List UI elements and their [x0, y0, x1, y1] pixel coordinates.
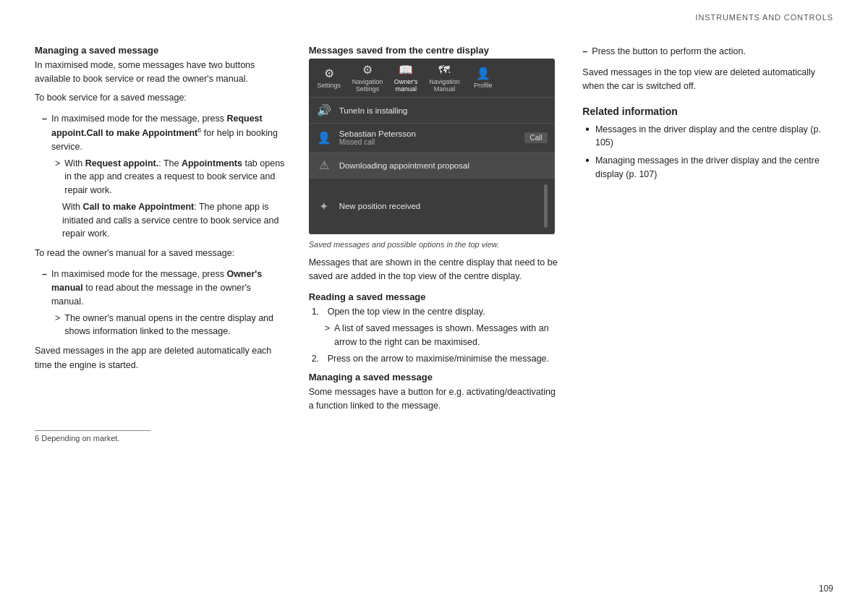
cd-nav-settings: ⚙ NavigationSettings: [352, 63, 383, 93]
map-icon: 🗺: [438, 64, 450, 77]
bullet-dash-1: –: [42, 112, 47, 153]
column-1: Managing a saved message In maximised mo…: [35, 45, 286, 443]
msg-sebastian-text: Sebastian Petersson Missed call: [339, 129, 518, 146]
saved-note: Saved messages in the app are deleted au…: [35, 344, 286, 372]
with-call-body: With Call to make Appointment: The phone…: [62, 200, 286, 241]
cd-settings: ⚙ Settings: [316, 67, 342, 89]
speaker-icon: 🔊: [316, 103, 332, 117]
col3-dash: –: [582, 45, 587, 59]
bullet-dot-2: •: [585, 155, 590, 181]
call-button[interactable]: Call: [524, 132, 547, 143]
section2-title: Messages saved from the centre display: [309, 45, 560, 56]
footnote: 6 Depending on market.: [35, 434, 286, 443]
num2-text: Press on the arrow to maximise/minimise …: [328, 352, 549, 366]
related2-text: Managing messages in the driver display …: [595, 154, 833, 181]
num-item-1: 1. Open the top view in the centre displ…: [312, 305, 560, 319]
column-3: – Press the button to perform the action…: [582, 45, 833, 443]
cd-topbar: ⚙ Settings ⚙ NavigationSettings 📖 Owner'…: [309, 59, 555, 98]
related-item-1: • Messages in the driver display and the…: [585, 123, 833, 150]
col3-saved-note: Saved messages in the top view are delet…: [582, 66, 833, 94]
page-header: INSTRUMENTS AND CONTROLS: [0, 0, 868, 27]
column-2: Messages saved from the centre display ⚙…: [309, 45, 560, 443]
related-bullets: • Messages in the driver display and the…: [585, 123, 833, 181]
num-item-2: 2. Press on the arrow to maximise/minimi…: [312, 352, 560, 366]
footnote-line: [35, 430, 150, 431]
position-icon: ✦: [316, 200, 332, 213]
msg-tunein-text: TuneIn is installing: [339, 106, 548, 115]
related1-text: Messages in the driver display and the c…: [595, 123, 833, 150]
profile-icon: 👤: [476, 67, 490, 80]
num1-text: Open the top view in the centre display.: [328, 305, 485, 319]
book-icon: 📖: [399, 63, 413, 77]
bullet-text-1: In maximised mode for the message, press…: [51, 112, 286, 153]
section1-title: Managing a saved message: [35, 45, 286, 56]
managing-body: Some messages have a button for e.g. act…: [309, 385, 560, 414]
header-title: INSTRUMENTS AND CONTROLS: [696, 13, 833, 22]
bullet-text-2: In maximised mode for the message, press…: [51, 268, 286, 308]
related-title: Related information: [582, 106, 833, 117]
related-item-2: • Managing messages in the driver displa…: [585, 154, 833, 181]
image-caption: Saved messages and possible options in t…: [309, 240, 560, 249]
msg-sebastian: 👤 Sebastian Petersson Missed call Call: [309, 124, 555, 153]
reading-arrow: > A list of saved messages is shown. Mes…: [325, 322, 560, 349]
msg-appointment-text: Downloading appointment proposal: [339, 161, 548, 170]
arrow-item-2: > The owner's manual opens in the centre…: [55, 312, 286, 339]
cd-profile: 👤 Profile: [470, 67, 496, 89]
page-number: 109: [819, 584, 833, 594]
section1-body3: To read the owner's manual for a saved m…: [35, 247, 286, 260]
col2-body1: Messages that are shown in the centre di…: [309, 256, 560, 284]
nav-settings-icon: ⚙: [362, 63, 373, 77]
col3-bullet: – Press the button to perform the action…: [582, 45, 833, 59]
cd-owners-manual: 📖 Owner'smanual: [393, 63, 419, 93]
bullet-item-2: – In maximised mode for the message, pre…: [42, 268, 286, 308]
centre-display: ⚙ Settings ⚙ NavigationSettings 📖 Owner'…: [309, 59, 555, 234]
bullet-item-1: – In maximised mode for the message, pre…: [42, 112, 286, 153]
arrow-item-1: > With Request appoint.: The Appointment…: [55, 157, 286, 197]
msg-tunein: 🔊 TuneIn is installing: [309, 98, 555, 124]
section1-body1: In maximised mode, some messages have tw…: [35, 59, 286, 87]
managing-title: Managing a saved message: [309, 372, 560, 383]
bullet-dash-2: –: [42, 268, 47, 308]
reading-arrow-text: A list of saved messages is shown. Messa…: [334, 322, 559, 349]
reading-title: Reading a saved message: [309, 291, 560, 302]
msg-position-text: New position received: [339, 202, 534, 210]
settings-icon: ⚙: [324, 67, 334, 80]
section1-body2: To book service for a saved message:: [35, 91, 286, 105]
arrow2-text: The owner's manual opens in the centre d…: [64, 312, 285, 339]
person-icon: 👤: [316, 131, 332, 145]
warning-icon: ⚠: [316, 158, 332, 172]
numbered-list: 1. Open the top view in the centre displ…: [312, 305, 560, 366]
col3-bullet-text: Press the button to perform the action.: [592, 45, 746, 59]
cd-messages: 🔊 TuneIn is installing 👤 Sebastian Peter…: [309, 98, 555, 234]
msg-position: ✦ New position received: [309, 179, 555, 234]
bullet-dot-1: •: [585, 124, 590, 150]
cd-nav-manual: 🗺 NavigationManual: [429, 64, 460, 93]
footnote-sup: 6: [197, 127, 201, 134]
msg-appointment: ⚠ Downloading appointment proposal: [309, 153, 555, 179]
